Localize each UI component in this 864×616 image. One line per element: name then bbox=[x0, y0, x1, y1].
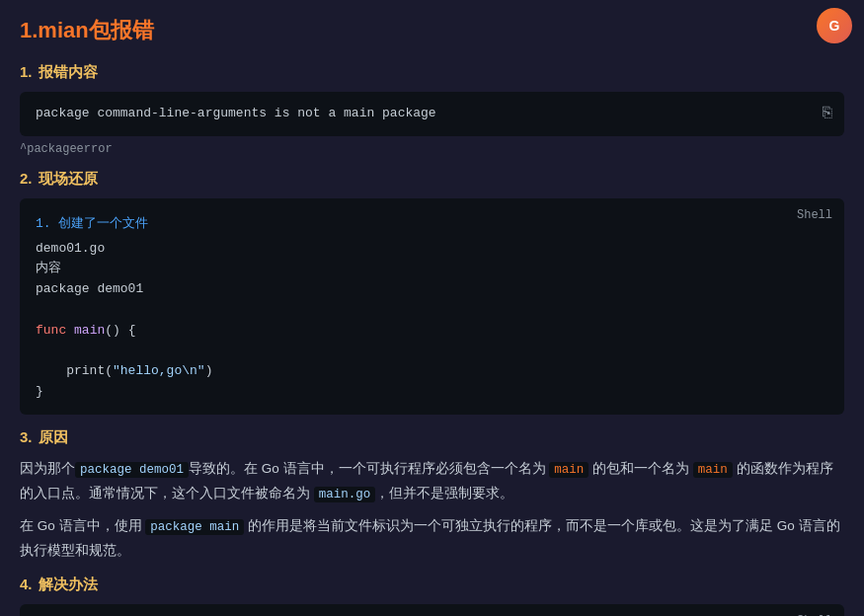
reproduce-code-block: Shell 1. 创建了一个文件 demo01.go 内容 package de… bbox=[20, 198, 844, 415]
content-label: 内容 bbox=[36, 259, 828, 279]
prose-text-1: 因为那个package demo01导致的。在 Go 语言中，一个可执行程序必须… bbox=[20, 457, 844, 506]
prose-code-1: package demo01 bbox=[75, 462, 189, 478]
section-solution: 4.解决办法 Shell package demo01 改成 package m… bbox=[20, 576, 844, 616]
prose-text-2: 在 Go 语言中，使用 package main 的作用是将当前文件标识为一个可… bbox=[20, 514, 844, 563]
code-line-print: print("hello,go\n") bbox=[36, 361, 828, 382]
copy-icon[interactable]: ⎘ bbox=[823, 102, 832, 127]
code-line-blank2 bbox=[36, 342, 828, 362]
error-label: ^packageerror bbox=[20, 142, 844, 156]
section-reason: 3.原因 因为那个package demo01导致的。在 Go 语言中，一个可执… bbox=[20, 428, 844, 562]
prose-main-2: main bbox=[693, 462, 733, 478]
section-reproduce: 2.现场还原 Shell 1. 创建了一个文件 demo01.go 内容 pac… bbox=[20, 170, 844, 415]
solution-shell-label: Shell bbox=[797, 612, 832, 616]
filename: demo01.go bbox=[36, 239, 828, 260]
section2-heading: 2.现场还原 bbox=[20, 170, 844, 189]
code-line-1: package demo01 bbox=[36, 279, 828, 300]
prose-main-1: main bbox=[549, 462, 589, 478]
page-title: 1.mian包报错 bbox=[20, 16, 844, 45]
prose-maingo: main.go bbox=[314, 487, 376, 502]
code-line-close: } bbox=[36, 382, 828, 403]
shell-label: Shell bbox=[797, 206, 832, 225]
step1-label: 1. 创建了一个文件 bbox=[36, 214, 828, 235]
error-code-block: package command-line-arguments is not a … bbox=[20, 92, 844, 136]
prose-package-main: package main bbox=[145, 519, 244, 535]
code-line-func: func main() { bbox=[36, 321, 828, 342]
section3-heading: 3.原因 bbox=[20, 428, 844, 447]
avatar: G bbox=[817, 8, 852, 43]
section4-heading: 4.解决办法 bbox=[20, 576, 844, 594]
section-error: 1.报错内容 package command-line-arguments is… bbox=[20, 63, 844, 156]
solution-code-block: Shell package demo01 改成 package main bbox=[20, 604, 844, 616]
section1-heading: 1.报错内容 bbox=[20, 63, 844, 82]
code-line-blank1 bbox=[36, 300, 828, 321]
error-code-text: package command-line-arguments is not a … bbox=[36, 106, 436, 120]
